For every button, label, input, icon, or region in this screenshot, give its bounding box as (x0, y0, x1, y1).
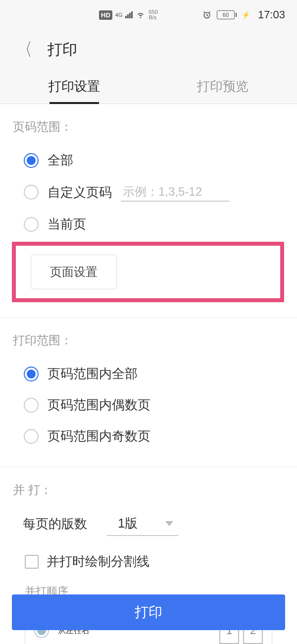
battery-icon: 60 (217, 10, 237, 19)
highlight-annotation: 页面设置 (12, 242, 284, 302)
hd-badge: HD (99, 10, 112, 20)
alarm-icon (202, 10, 212, 20)
status-left: HD 4G 650B/s (99, 9, 158, 20)
header: 〈 打印 (0, 30, 297, 69)
page-settings-button[interactable]: 页面设置 (31, 255, 117, 289)
radio-label: 当前页 (48, 215, 86, 233)
radio-all-pages[interactable]: 全部 (13, 145, 284, 176)
radio-icon (24, 185, 39, 200)
status-bar: HD 4G 650B/s 60 ⚡ 17:03 (0, 0, 297, 30)
signal-icon (125, 11, 133, 18)
tab-print-settings[interactable]: 打印设置 (0, 69, 148, 104)
nup-title: 并 打： (13, 482, 284, 498)
nup-perpage-dropdown[interactable]: 1版 (107, 512, 178, 536)
nup-draw-dividers-row[interactable]: 并打时绘制分割线 (13, 540, 284, 575)
tab-print-preview[interactable]: 打印预览 (148, 69, 297, 104)
radio-icon (24, 153, 39, 168)
page-range-title: 页码范围： (13, 119, 284, 135)
charging-icon: ⚡ (242, 11, 250, 19)
radio-custom-pages[interactable]: 自定义页码 (13, 176, 284, 209)
status-time: 17:03 (258, 8, 285, 21)
custom-pages-input[interactable] (121, 183, 230, 202)
radio-current-page[interactable]: 当前页 (13, 209, 284, 240)
radio-icon (24, 429, 39, 444)
radio-icon (24, 367, 39, 381)
page-title: 打印 (48, 40, 77, 60)
radio-label: 页码范围内偶数页 (48, 396, 150, 414)
radio-label: 页码范围内全部 (48, 365, 138, 382)
wifi-icon (136, 11, 146, 19)
radio-icon (24, 217, 39, 232)
checkbox-icon (25, 555, 39, 569)
content-area: 页码范围： 全部 自定义页码 当前页 页面设置 打印范围： 页码范围内全部 页码… (0, 104, 297, 644)
print-range-title: 打印范围： (13, 332, 284, 348)
radio-range-even[interactable]: 页码范围内偶数页 (13, 389, 284, 421)
radio-range-odd[interactable]: 页码范围内奇数页 (13, 421, 284, 452)
radio-range-all[interactable]: 页码范围内全部 (13, 358, 284, 389)
print-button[interactable]: 打印 (12, 594, 285, 630)
net-speed: 650B/s (148, 9, 157, 20)
network-4g: 4G (115, 12, 123, 18)
chevron-down-icon (165, 521, 173, 526)
radio-icon (24, 398, 39, 413)
radio-label: 页码范围内奇数页 (48, 428, 150, 445)
divider (0, 317, 297, 318)
divider (0, 467, 297, 467)
dropdown-value: 1版 (118, 515, 138, 532)
radio-label: 全部 (48, 152, 73, 169)
radio-label: 自定义页码 (48, 184, 112, 201)
nup-perpage-label: 每页的版数 (23, 515, 87, 533)
checkbox-label: 并打时绘制分割线 (47, 553, 149, 570)
tab-bar: 打印设置 打印预览 (0, 69, 297, 104)
nup-perpage-row: 每页的版数 1版 (13, 508, 284, 540)
back-icon[interactable]: 〈 (18, 38, 32, 62)
